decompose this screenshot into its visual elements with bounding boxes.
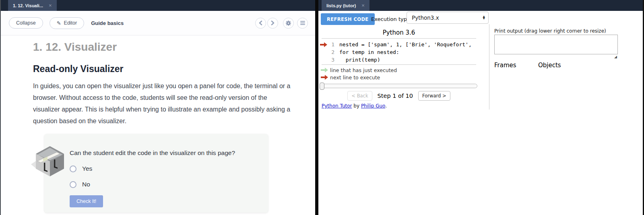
pencil-icon: ✎ xyxy=(57,20,61,26)
right-tab-bar: lists.py (tutor) × xyxy=(318,0,643,11)
execution-type-select[interactable]: Python3.x ▲▼ xyxy=(407,12,489,24)
check-it-button[interactable]: Check It! xyxy=(70,195,103,207)
print-output-textarea[interactable] xyxy=(494,35,618,54)
runtime-title: Python 3.6 xyxy=(320,29,478,36)
step-slider-thumb[interactable] xyxy=(320,83,324,90)
attribution-text: by xyxy=(352,103,361,109)
tab-guide[interactable]: 1. 12. Visuali... × xyxy=(8,0,57,11)
quiz-option-yes[interactable]: Yes xyxy=(70,165,260,172)
chevron-right-icon xyxy=(271,21,275,25)
arrow-legend: line that has just executed next line to… xyxy=(321,66,397,81)
prev-page-button[interactable] xyxy=(255,18,266,29)
left-tab-bar: 1. 12. Visuali... × xyxy=(1,0,315,11)
refresh-code-button[interactable]: REFRESH CODE xyxy=(321,13,375,25)
guide-toolbar-icons xyxy=(255,18,308,29)
code-divider-bottom xyxy=(322,64,476,65)
collapse-button-label: Collapse xyxy=(16,20,36,26)
code-text: for temp in nested: xyxy=(334,49,399,55)
line-number: 3 xyxy=(329,57,334,63)
collapse-button[interactable]: Collapse xyxy=(9,17,43,29)
legend-label: next line to execute xyxy=(330,74,380,81)
philip-guo-link[interactable]: Philip Guo xyxy=(361,103,385,109)
select-spinner-icon: ▲▼ xyxy=(483,16,485,20)
close-icon[interactable]: × xyxy=(49,2,52,8)
step-slider[interactable] xyxy=(320,84,477,88)
editor-button-label: Editor xyxy=(64,20,77,26)
quiz-option-label: Yes xyxy=(82,165,92,172)
quiz-card: Can the student edit the code in the vis… xyxy=(44,134,268,213)
close-icon[interactable]: × xyxy=(361,2,365,8)
breadcrumb: Guide basics xyxy=(91,20,124,26)
step-indicator: Step 1 of 10 xyxy=(378,93,413,99)
back-button[interactable]: < Back xyxy=(347,91,372,101)
radio-icon[interactable] xyxy=(70,181,76,188)
quiz-option-label: No xyxy=(82,181,90,188)
tab-guide-title: 1. 12. Visuali... xyxy=(13,3,43,8)
chevron-left-icon xyxy=(259,21,262,25)
python-tutor-area: REFRESH CODE Execution type: Python3.x ▲… xyxy=(318,11,643,215)
objects-label: Objects xyxy=(538,62,561,69)
code-line: 2 for temp in nested: xyxy=(320,48,489,56)
line-number: 1 xyxy=(329,41,334,48)
next-line-arrow-icon xyxy=(320,44,324,45)
code-text: nested = ['spam', 1, ['Brie', 'Roquefort… xyxy=(334,41,472,48)
settings-button[interactable] xyxy=(283,18,294,29)
execution-type-label: Execution type: xyxy=(371,16,412,22)
frames-label: Frames xyxy=(494,62,516,69)
python-tutor-link[interactable]: Python Tutor xyxy=(322,103,352,109)
guide-paragraph: In guides, you can open the visualizer j… xyxy=(33,80,293,127)
quiz-question: Can the student edit the code in the vis… xyxy=(70,149,260,157)
code-listing: 1 nested = ['spam', 1, ['Brie', 'Roquefo… xyxy=(320,41,489,64)
gear-icon xyxy=(285,20,291,26)
guide-toolbar: Collapse ✎ Editor Guide basics xyxy=(1,11,315,35)
attribution: Python Tutor by Philip Guo. xyxy=(322,103,387,109)
hamburger-icon xyxy=(300,20,305,26)
page-title: 1. 12. Visualizer xyxy=(33,40,315,54)
code-line: 3 print(temp) xyxy=(320,56,489,64)
execution-type-value: Python3.x xyxy=(412,14,439,21)
tab-lists-py[interactable]: lists.py (tutor) × xyxy=(322,0,369,11)
section-heading: Read-only Visualizer xyxy=(33,63,315,74)
print-output-label: Print output (drag lower right corner to… xyxy=(494,28,606,34)
tab-lists-py-title: lists.py (tutor) xyxy=(326,3,356,8)
guide-content: 1. 12. Visualizer Read-only Visualizer I… xyxy=(1,35,315,213)
quiz-option-no[interactable]: No xyxy=(70,181,260,188)
assessment-box-icon xyxy=(31,144,68,179)
output-divider xyxy=(489,24,489,110)
next-line-arrow-icon xyxy=(321,76,325,78)
editor-button[interactable]: ✎ Editor xyxy=(50,17,85,29)
forward-button[interactable]: Forward > xyxy=(418,91,450,101)
attribution-text: . xyxy=(385,103,387,109)
line-number: 2 xyxy=(329,49,334,55)
code-text: print(temp) xyxy=(334,57,380,63)
guide-panel: 1. 12. Visuali... × Collapse ✎ Editor Gu… xyxy=(1,0,315,215)
menu-button[interactable] xyxy=(297,18,308,29)
code-divider-top xyxy=(322,38,476,39)
panel-splitter[interactable] xyxy=(315,0,318,215)
step-controls: < Back Step 1 of 10 Forward > xyxy=(320,91,478,101)
resize-handle-icon[interactable]: ◢ xyxy=(614,55,617,59)
next-page-button[interactable] xyxy=(267,18,278,29)
executed-line-arrow-icon xyxy=(321,69,325,71)
legend-label: line that has just executed xyxy=(330,67,397,73)
radio-icon[interactable] xyxy=(70,165,76,172)
visualizer-panel: lists.py (tutor) × REFRESH CODE Executio… xyxy=(318,0,643,215)
code-line: 1 nested = ['spam', 1, ['Brie', 'Roquefo… xyxy=(320,41,489,48)
codio-workspace: 1. 12. Visuali... × Collapse ✎ Editor Gu… xyxy=(0,0,644,215)
